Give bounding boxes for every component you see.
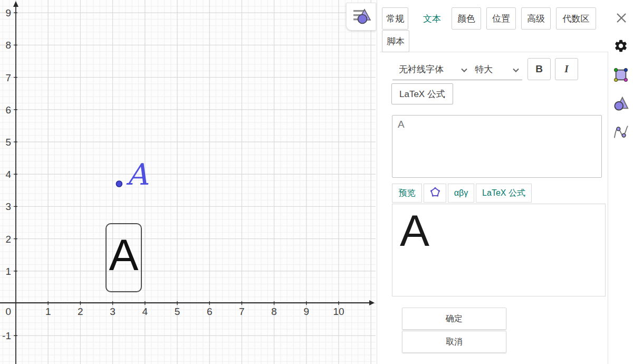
svg-text:3: 3 — [5, 201, 11, 212]
text-object-content: A — [109, 233, 138, 277]
svg-text:8: 8 — [5, 40, 11, 51]
tab-color[interactable]: 颜色 — [452, 7, 481, 30]
function-object-icon[interactable] — [613, 124, 629, 140]
panel-divider[interactable] — [377, 0, 377, 364]
tab-advanced[interactable]: 高级 — [521, 7, 551, 30]
svg-text:2: 2 — [5, 234, 11, 245]
chevron-down-icon — [461, 64, 467, 75]
svg-text:5: 5 — [175, 306, 180, 317]
preview-text: A — [400, 208, 429, 253]
italic-button[interactable]: I — [555, 58, 578, 80]
text-definition-input[interactable]: A — [392, 115, 602, 178]
latex-formula-tab[interactable]: LaTeX 公式 — [476, 184, 532, 203]
tab-script[interactable]: 脚本 — [382, 30, 409, 52]
tab-text[interactable]: 文本 — [417, 7, 447, 30]
svg-text:1: 1 — [5, 266, 11, 277]
tab-algebra[interactable]: 代数区 — [556, 7, 596, 30]
preview-area: A — [392, 204, 606, 296]
quadrilateral-object-icon[interactable] — [613, 67, 629, 83]
chevron-down-icon — [513, 64, 519, 75]
svg-text:8: 8 — [271, 306, 277, 317]
bold-button[interactable]: B — [528, 58, 551, 80]
text-object-selection[interactable]: A — [106, 223, 142, 292]
svg-text:3: 3 — [110, 306, 116, 317]
tab-position[interactable]: 位置 — [486, 7, 516, 30]
svg-text:5: 5 — [5, 137, 11, 148]
conic-object-icon[interactable] — [613, 95, 629, 111]
pentagon-icon — [430, 187, 440, 199]
stylebar-icon — [351, 6, 371, 27]
graphics-stylebar-button[interactable] — [346, 3, 376, 31]
svg-text:-1: -1 — [2, 330, 11, 341]
settings-gear-icon[interactable] — [613, 38, 629, 54]
svg-text:10: 10 — [333, 306, 344, 317]
svg-text:2: 2 — [78, 306, 83, 317]
rail-separator — [608, 52, 608, 364]
svg-text:7: 7 — [239, 306, 245, 317]
svg-text:4: 4 — [142, 306, 148, 317]
svg-text:9: 9 — [304, 306, 310, 317]
greek-symbols-tab[interactable]: αβγ — [448, 184, 474, 203]
geometry-symbols-tab[interactable] — [424, 184, 446, 203]
ok-button[interactable]: 确定 — [402, 308, 506, 330]
preview-tab[interactable]: 预览 — [392, 184, 422, 203]
svg-text:6: 6 — [5, 104, 11, 116]
svg-text:9: 9 — [5, 7, 11, 18]
font-size-select[interactable]: 特大 — [468, 59, 522, 80]
svg-text:7: 7 — [5, 72, 11, 83]
font-family-select[interactable]: 无衬线字体 — [392, 59, 471, 80]
graphics-view[interactable]: 12345678910-11234567890 A A — [0, 0, 376, 364]
coordinate-grid: 12345678910-11234567890 — [0, 0, 376, 364]
close-icon[interactable] — [614, 11, 629, 25]
svg-text:6: 6 — [207, 306, 213, 317]
svg-text:0: 0 — [5, 306, 11, 317]
tab-general[interactable]: 常规 — [382, 7, 408, 30]
geogebra-app: 12345678910-11234567890 A A 常规 文本 颜色 — [0, 0, 633, 364]
cancel-button[interactable]: 取消 — [402, 331, 506, 353]
properties-panel: 常规 文本 颜色 位置 高级 代数区 脚本 无衬线字体 特大 B I LaTeX… — [377, 0, 633, 364]
point-label[interactable]: A — [127, 160, 148, 189]
tabs-separator — [380, 52, 608, 52]
svg-text:1: 1 — [45, 306, 51, 317]
latex-formula-toggle[interactable]: LaTeX 公式 — [391, 83, 453, 104]
svg-text:4: 4 — [5, 169, 11, 180]
